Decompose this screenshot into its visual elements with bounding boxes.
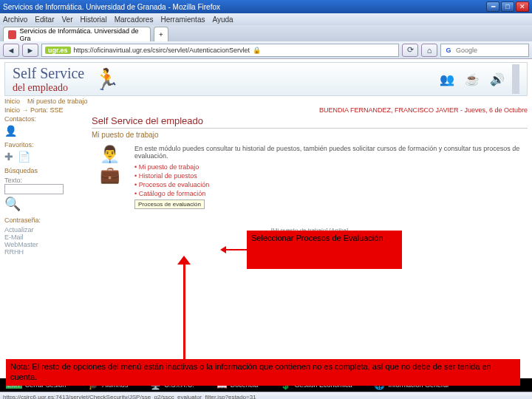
sidebar-search-input[interactable]: [4, 184, 64, 194]
menu-historial[interactable]: Historial: [81, 16, 107, 24]
module-intro: En este módulo puedes consultar tu histo…: [134, 145, 528, 160]
search-placeholder: Google: [456, 47, 477, 54]
cup-icon[interactable]: ☕: [465, 72, 480, 86]
menu-herramientas[interactable]: Herramientas: [160, 16, 205, 24]
sidebar-busquedas-head: Búsquedas: [4, 167, 86, 174]
firefox-titlebar: Servicios de Informática. Universidad de…: [0, 0, 532, 13]
module-tooltip: Procesos de evaluación: [134, 200, 205, 209]
breadcrumb-inicio-2[interactable]: Inicio: [4, 106, 20, 114]
reload-button[interactable]: ⟳: [402, 44, 418, 57]
menu-marcadores[interactable]: Marcadores: [115, 16, 154, 24]
banner: Self Service del empleado 🏃 👥 ☕ 🔊: [4, 62, 528, 96]
contact-icon[interactable]: 👤: [4, 125, 17, 137]
menu-ver[interactable]: Ver: [61, 16, 72, 24]
sidebar-link-webmaster[interactable]: WebMaster: [4, 241, 86, 248]
close-button[interactable]: ✕: [516, 1, 529, 12]
module-link-historial[interactable]: Historial de puestos: [134, 171, 528, 180]
callout-nota-text: Nota: El resto de opciones del menú está…: [10, 362, 491, 381]
sidebar-texto-label: Texto:: [4, 177, 86, 184]
briefcase-icon: 💼: [100, 166, 120, 185]
browser-navbar: ◄ ► ugr.es https://oficinavirtual.ugr.es…: [0, 41, 532, 59]
module-link-mipuesto[interactable]: Mi puesto de trabajo: [134, 163, 528, 171]
banner-edge: [512, 64, 519, 94]
sidebar-link-rrhh[interactable]: RRHH: [4, 248, 86, 256]
sidebar-link-email[interactable]: E-Mail: [4, 233, 86, 241]
menu-ayuda[interactable]: Ayuda: [212, 16, 233, 24]
search-icon[interactable]: 🔍: [4, 196, 86, 212]
url-input[interactable]: ugr.es https://oficinavirtual.ugr.es/csi…: [41, 44, 399, 57]
users-icon[interactable]: 👥: [440, 72, 454, 86]
forward-button[interactable]: ►: [22, 44, 38, 57]
breadcrumb-mipuesto[interactable]: Mi puesto de trabajo: [27, 98, 88, 105]
breadcrumb-porta[interactable]: Porta: SSE: [30, 106, 64, 114]
breadcrumb-row-2: Inicio → Porta: SSE BUENDIA FERNANDEZ, F…: [4, 106, 528, 114]
new-tab-button[interactable]: +: [154, 27, 168, 41]
callout-select: Seleccionar Procesos de Evaluación: [247, 231, 402, 269]
breadcrumb-inicio[interactable]: Inicio: [4, 98, 20, 105]
firefox-menubar: Archivo Editar Ver Historial Marcadores …: [0, 13, 532, 25]
banner-subtitle: del empleado: [13, 82, 84, 94]
tab-title: Servicios de Informática. Universidad de…: [19, 27, 146, 42]
breadcrumb-row-1: Inicio Mi puesto de trabajo: [4, 98, 528, 105]
site-identity-tag: ugr.es: [45, 47, 71, 54]
page-subtitle: Mi puesto de trabajo: [92, 131, 528, 139]
sidebar-favoritos-head: Favoritos:: [4, 141, 86, 149]
page-title: Self Service del empleado: [92, 115, 528, 129]
module-link-catalogo[interactable]: Catálogo de formación: [134, 189, 528, 198]
menu-archivo[interactable]: Archivo: [3, 16, 27, 24]
browser-tab-active[interactable]: Servicios de Informática. Universidad de…: [3, 27, 151, 41]
person-icon: 👨‍💼: [100, 145, 120, 164]
menu-editar[interactable]: Editar: [35, 16, 54, 24]
favicon-icon: [8, 30, 16, 39]
window-title: Servicios de Informática. Universidad de…: [3, 3, 485, 11]
browser-statusbar: https://csirc6.ugr.es:7413/servlet/Check…: [0, 392, 532, 399]
banner-title: Self Service: [13, 65, 84, 82]
sidebar-contrasena-head: Contraseña:: [4, 216, 86, 224]
callout-select-text: Seleccionar Procesos de Evaluación: [251, 233, 383, 242]
callout-nota: Nota: El resto de opciones del menú está…: [6, 359, 520, 386]
sidebar: Contactos: 👤 Favoritos: ✚ 📄 Búsquedas Te…: [4, 115, 86, 260]
statusbar-url: https://csirc6.ugr.es:7413/servlet/Check…: [3, 394, 256, 399]
lock-icon: 🔒: [253, 47, 260, 54]
page-content: Self Service del empleado 🏃 👥 ☕ 🔊 Inicio…: [0, 62, 532, 392]
arrow-shaft: [183, 263, 185, 361]
arrow-horizontal: [226, 249, 247, 250]
maximize-button[interactable]: □: [501, 1, 514, 12]
home-button[interactable]: ⌂: [421, 44, 437, 57]
favorite-list-icon[interactable]: 📄: [18, 151, 30, 163]
module-block: 👨‍💼 💼 En este módulo puedes consultar tu…: [92, 145, 528, 209]
sidebar-link-actualizar[interactable]: Actualizar: [4, 226, 86, 233]
sidebar-contactos-head: Contactos:: [4, 115, 86, 123]
url-text: https://oficinavirtual.ugr.es/csirc/serv…: [74, 47, 250, 54]
search-input[interactable]: G Google: [440, 44, 529, 57]
module-link-procesos[interactable]: Procesos de evaluación: [134, 180, 528, 189]
favorite-add-icon[interactable]: ✚: [4, 151, 13, 163]
browser-tabstrip: Servicios de Informática. Universidad de…: [0, 25, 532, 41]
sound-icon[interactable]: 🔊: [490, 72, 505, 86]
runner-icon: 🏃: [92, 66, 121, 92]
back-button[interactable]: ◄: [3, 44, 19, 57]
minimize-button[interactable]: ━: [486, 1, 499, 12]
google-icon: G: [444, 46, 453, 55]
user-date-line: BUENDIA FERNANDEZ, FRANCISCO JAVIER - Ju…: [319, 106, 528, 114]
module-thumbnail: 👨‍💼 💼: [92, 145, 127, 209]
